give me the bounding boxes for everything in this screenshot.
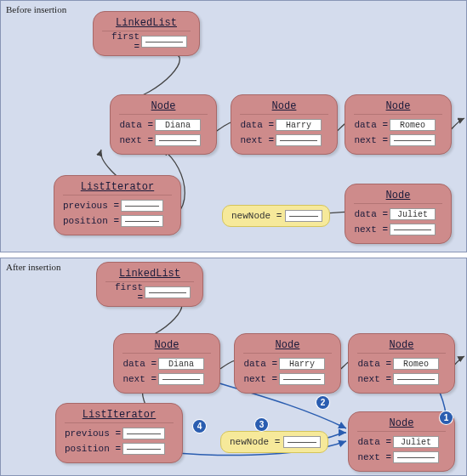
node-juliet-after: Node data = Juliet next = <box>348 411 455 472</box>
data-label: data = <box>240 120 276 130</box>
newnode-slot <box>285 210 322 222</box>
position-slot <box>121 215 163 227</box>
data-label: data = <box>243 359 279 369</box>
data-label: data = <box>122 359 158 369</box>
node-romeo: Node data = Romeo next = <box>348 333 455 394</box>
position-slot <box>122 443 165 455</box>
node-harry: Node data = Harry next = <box>231 94 338 155</box>
node-title: Node <box>357 339 446 354</box>
next-label: next = <box>357 452 393 462</box>
newnode-var: newNode = <box>222 205 330 227</box>
first-slot <box>145 286 191 298</box>
data-slot: Diana <box>155 119 201 131</box>
first-label: first = <box>105 282 145 303</box>
linkedlist-title: LinkedList <box>105 268 194 282</box>
step-badge-3: 3 <box>255 418 268 431</box>
linkedlist-box: LinkedList first = <box>93 11 200 56</box>
previous-label: previous = <box>65 428 122 439</box>
node-diana: Node data = Diana next = <box>113 333 220 394</box>
node-title: Node <box>122 339 211 354</box>
next-label: next = <box>354 224 390 235</box>
data-label: data = <box>354 120 390 130</box>
previous-slot <box>122 428 165 439</box>
position-label: position = <box>65 444 122 454</box>
first-label: first = <box>102 31 141 52</box>
newnode-slot <box>283 436 321 448</box>
node-title: Node <box>354 190 442 204</box>
next-slot <box>393 451 439 463</box>
next-label: next = <box>122 374 158 384</box>
next-slot <box>279 373 325 385</box>
next-label: next = <box>119 135 155 145</box>
panel-label-before: Before insertion <box>6 4 66 14</box>
node-title: Node <box>119 100 208 115</box>
previous-label: previous = <box>63 201 121 211</box>
first-slot <box>141 36 187 48</box>
iterator-title: ListIterator <box>63 181 172 196</box>
data-slot: Juliet <box>393 436 439 448</box>
node-title: Node <box>243 339 332 354</box>
next-slot <box>276 134 322 146</box>
listiterator-box: ListIterator previous = position = <box>54 175 181 235</box>
newnode-label: newNode = <box>231 211 282 221</box>
next-slot <box>393 373 439 385</box>
node-juliet-before: Node data = Juliet next = <box>345 184 452 244</box>
data-slot: Diana <box>158 358 204 370</box>
panel-before: Before insertion LinkedList first = Node <box>0 0 467 252</box>
data-slot: Romeo <box>393 358 439 370</box>
data-label: data = <box>357 437 393 447</box>
next-label: next = <box>354 135 390 145</box>
linkedlist-box: LinkedList first = <box>96 262 203 307</box>
newnode-var: newNode = <box>220 431 328 453</box>
node-romeo: Node data = Romeo next = <box>345 94 452 155</box>
panel-after: After insertion LinkedList <box>0 258 467 476</box>
node-title: Node <box>354 100 442 115</box>
data-slot: Harry <box>279 358 325 370</box>
next-slot <box>390 224 436 235</box>
node-diana: Node data = Diana next = <box>110 94 217 155</box>
panel-label-after: After insertion <box>6 262 60 272</box>
step-badge-2: 2 <box>316 396 329 409</box>
data-label: data = <box>357 359 393 369</box>
node-harry: Node data = Harry next = <box>234 333 341 394</box>
step-badge-4: 4 <box>193 420 206 433</box>
node-title: Node <box>240 100 328 115</box>
next-slot <box>158 373 204 385</box>
data-label: data = <box>354 209 390 219</box>
data-slot: Harry <box>276 119 322 131</box>
iterator-title: ListIterator <box>65 409 174 423</box>
next-slot <box>390 134 436 146</box>
next-label: next = <box>243 374 279 384</box>
next-label: next = <box>240 135 276 145</box>
data-slot: Juliet <box>390 208 436 220</box>
node-title: Node <box>357 417 446 432</box>
previous-slot <box>121 200 163 212</box>
data-slot: Romeo <box>390 119 436 131</box>
next-slot <box>155 134 201 146</box>
linkedlist-title: LinkedList <box>102 17 191 31</box>
data-label: data = <box>119 120 155 130</box>
position-label: position = <box>63 216 121 226</box>
newnode-label: newNode = <box>230 437 280 447</box>
listiterator-box: ListIterator previous = position = <box>55 403 183 463</box>
next-label: next = <box>357 374 393 384</box>
step-badge-1: 1 <box>440 411 453 424</box>
